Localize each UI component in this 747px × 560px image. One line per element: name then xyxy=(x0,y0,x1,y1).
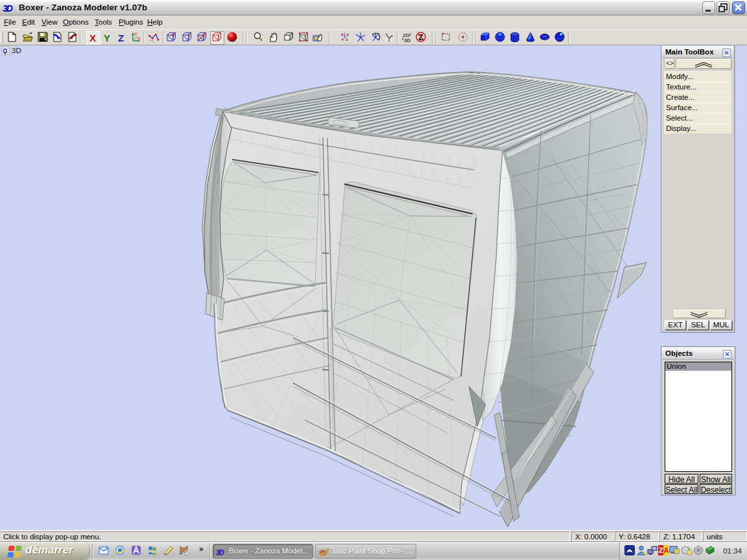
svg-text:3D: 3D xyxy=(404,38,410,43)
svg-text:X: X xyxy=(89,32,96,43)
svg-text:H: H xyxy=(137,36,141,41)
svg-text:Z: Z xyxy=(118,32,124,43)
svg-text:3D: 3D xyxy=(216,548,224,556)
svg-text:Z: Z xyxy=(659,546,663,554)
svg-text:V: V xyxy=(134,32,137,36)
svg-text:Y: Y xyxy=(104,32,110,43)
svg-text:A: A xyxy=(664,546,669,554)
